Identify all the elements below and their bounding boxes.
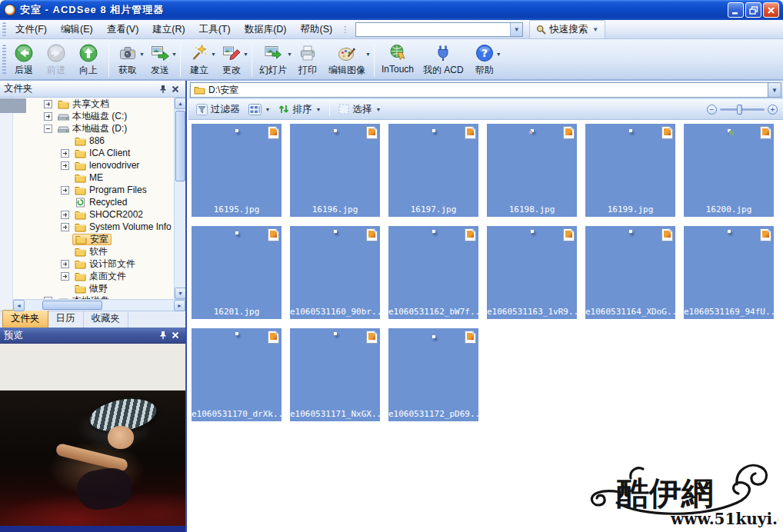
expand-icon[interactable] <box>44 100 52 108</box>
tab-日历[interactable]: 日历 <box>48 311 84 328</box>
thumbnail-e1060531162_bW7f-[interactable]: e1060531162_bW7f... <box>388 226 478 319</box>
view-mode-button[interactable]: ▼ <box>246 102 273 117</box>
menu-item-2[interactable]: 编辑(E) <box>54 21 100 38</box>
edit-image-button[interactable]: 编辑图像▼ <box>325 42 371 77</box>
pin-icon[interactable] <box>157 83 169 95</box>
expand-icon[interactable] <box>61 186 69 195</box>
preview-close-icon[interactable] <box>169 330 182 341</box>
intouch-button[interactable]: InTouch <box>378 42 419 77</box>
tree-item-ME[interactable]: ME <box>13 171 185 184</box>
thumbnail-16197-jpg[interactable]: 16197.jpg <box>388 124 478 217</box>
tab-文件夹[interactable]: 文件夹 <box>2 310 48 328</box>
restore-button[interactable] <box>745 2 761 18</box>
scroll-right-icon[interactable]: ► <box>174 300 185 311</box>
filter-button[interactable]: 过滤器 <box>194 101 242 118</box>
menu-item-1[interactable]: 文件(F) <box>8 21 54 38</box>
expand-icon[interactable] <box>61 161 69 170</box>
expand-icon[interactable] <box>44 112 52 121</box>
menu-item-6[interactable]: 数据库(D) <box>238 21 294 38</box>
tree-hscroll-thumb[interactable] <box>42 301 102 310</box>
thumbnail-16196-jpg[interactable]: 16196.jpg <box>290 124 380 217</box>
zoom-in-icon[interactable]: + <box>768 105 778 115</box>
create-dropdown-icon[interactable]: ▼ <box>211 52 216 57</box>
tree-item-本地磁盘-D-[interactable]: 本地磁盘 (D:) <box>13 122 185 135</box>
thumbnail-e1060531163_1vR9-[interactable]: e1060531163_1vR9... <box>487 226 577 319</box>
sort-button[interactable]: 排序 ▼ <box>276 101 323 118</box>
combobox-dropdown-icon[interactable]: ▼ <box>510 23 522 36</box>
collapse-icon[interactable] <box>44 125 52 133</box>
tree-horizontal-scrollbar[interactable]: ◄ ► <box>13 299 185 311</box>
up-button[interactable]: 向上 <box>73 42 105 77</box>
close-button[interactable] <box>763 2 779 18</box>
create-button[interactable]: 建立▼ <box>184 42 216 77</box>
thumbnail-e1060531171_NxGX-[interactable]: e1060531171_NxGX... <box>290 328 380 421</box>
tree-vscroll-thumb[interactable] <box>175 111 185 181</box>
tree-vertical-scrollbar[interactable]: ▲ ▼ <box>174 98 185 299</box>
tree-item-安室[interactable]: 安室 <box>13 233 185 245</box>
address-field[interactable]: D:\安室 <box>190 82 768 98</box>
tree-item-System-Volume-Info[interactable]: System Volume Info <box>13 221 185 233</box>
acquire-button[interactable]: 获取▼ <box>112 42 145 77</box>
toolbar-grip2[interactable] <box>2 45 6 75</box>
expand-icon[interactable] <box>61 223 69 231</box>
send-button[interactable]: 发送▼ <box>145 42 177 77</box>
acquire-dropdown-icon[interactable]: ▼ <box>139 52 145 57</box>
scroll-down-icon[interactable]: ▼ <box>175 288 185 299</box>
tree-item-Recycled[interactable]: Recycled <box>13 196 185 208</box>
slider-track[interactable] <box>720 108 765 111</box>
quick-search-button[interactable]: 快速搜索 ▼ <box>529 20 605 39</box>
select-dropdown-icon[interactable]: ▼ <box>375 107 381 112</box>
close-panel-icon[interactable] <box>169 83 182 95</box>
slideshow-dropdown-icon[interactable]: ▼ <box>287 52 292 57</box>
toolbar-grip[interactable] <box>2 22 6 36</box>
thumbnail-e1060531169_94fU-[interactable]: e1060531169_94fU... <box>684 226 774 319</box>
menu-overflow-icon[interactable]: ⋮ <box>341 25 349 35</box>
tree-item-做野[interactable]: 做野 <box>13 282 185 294</box>
slideshow-button[interactable]: 幻灯片▼ <box>255 42 292 77</box>
tree-item-886[interactable]: 886 <box>13 135 185 147</box>
menu-item-4[interactable]: 建立(R) <box>145 21 192 38</box>
thumbnail-16198-jpg[interactable]: 16198.jpg <box>487 124 577 217</box>
modify-button[interactable]: 更改▼ <box>216 42 248 77</box>
menu-item-7[interactable]: 帮助(S) <box>294 21 340 38</box>
edit-image-dropdown-icon[interactable]: ▼ <box>365 52 371 57</box>
thumbnail-e1060531172_pD69-[interactable]: e1060531172_pD69... <box>388 328 478 421</box>
thumbnail-16200-jpg[interactable]: 16200.jpg <box>684 124 774 217</box>
scroll-up-icon[interactable]: ▲ <box>175 98 185 109</box>
search-combobox[interactable]: ▼ <box>355 22 523 37</box>
menu-item-3[interactable]: 查看(V) <box>100 21 146 38</box>
menu-item-5[interactable]: 工具(T) <box>192 21 238 38</box>
preview-pin-icon[interactable] <box>157 330 169 341</box>
back-button[interactable]: 后退 <box>8 42 41 77</box>
thumbnail-e1060531164_XDoG-[interactable]: e1060531164_XDoG... <box>585 226 675 319</box>
send-dropdown-icon[interactable]: ▼ <box>172 52 177 57</box>
select-button[interactable]: 选择 ▼ <box>336 101 383 118</box>
help-dropdown-icon[interactable]: ▼ <box>496 52 501 57</box>
expand-icon[interactable] <box>61 272 69 281</box>
thumbnail-e1060531160_90br-[interactable]: e1060531160_90br... <box>290 226 380 319</box>
tab-收藏夹[interactable]: 收藏夹 <box>84 311 129 328</box>
tree-item-共享文档[interactable]: 共享文档 <box>13 98 185 110</box>
address-dropdown-icon[interactable]: ▼ <box>768 82 781 98</box>
quick-search-dropdown-icon[interactable]: ▼ <box>592 26 598 33</box>
tree-item-lenovodriver[interactable]: lenovodriver <box>13 159 185 171</box>
thumbnail-e1060531170_drXk-[interactable]: e1060531170_drXk... <box>192 328 282 421</box>
expand-icon[interactable] <box>61 149 69 158</box>
thumbnail-16201-jpg[interactable]: 16201.jpg <box>192 226 282 319</box>
tree-item-设计部文件[interactable]: 设计部文件 <box>13 258 185 270</box>
tree-item-桌面文件[interactable]: 桌面文件 <box>13 270 185 282</box>
tree-item-SHOCR2002[interactable]: SHOCR2002 <box>13 208 185 221</box>
modify-dropdown-icon[interactable]: ▼ <box>243 52 248 57</box>
tree-item-本地磁盘-C-[interactable]: 本地磁盘 (C:) <box>13 110 185 122</box>
expand-icon[interactable] <box>61 260 69 268</box>
slider-thumb[interactable] <box>737 105 742 115</box>
preview-image[interactable] <box>0 391 185 526</box>
expand-icon[interactable] <box>61 211 69 219</box>
help-button[interactable]: ?帮助▼ <box>469 42 501 77</box>
tree-item-ICA-Client[interactable]: ICA Client <box>13 147 185 159</box>
view-mode-dropdown-icon[interactable]: ▼ <box>265 107 271 112</box>
tree-item-软件[interactable]: 软件 <box>13 245 185 258</box>
zoom-out-icon[interactable]: − <box>707 105 717 115</box>
thumbnail-16199-jpg[interactable]: 16199.jpg <box>585 124 675 217</box>
sort-dropdown-icon[interactable]: ▼ <box>315 107 321 112</box>
